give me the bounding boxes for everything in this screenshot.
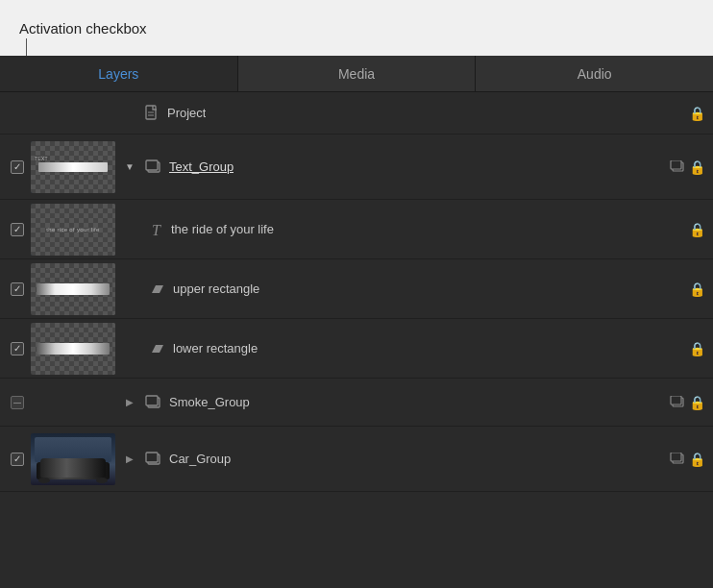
lock-icon: 🔒: [689, 222, 705, 237]
tab-media[interactable]: Media: [238, 56, 477, 91]
checkbox-checked[interactable]: [11, 453, 24, 466]
svg-rect-13: [146, 453, 158, 462]
checkbox-dash[interactable]: [11, 396, 24, 409]
layer-name-ride: the ride of your life: [171, 222, 274, 236]
shape-icon: [150, 341, 165, 356]
document-icon: [144, 105, 160, 122]
thumbnail-empty: [31, 377, 115, 429]
checkbox-checked[interactable]: [11, 160, 24, 174]
group-icon: [144, 452, 161, 467]
checkbox-area[interactable]: [4, 396, 31, 409]
row-content: upper rectangle: [123, 282, 689, 297]
layer-row: the rice of your life T the ride of your…: [0, 200, 713, 259]
layers-list: Project 🔒 TEXT ▼: [0, 92, 713, 492]
layer-name-cargroup: Car_Group: [169, 452, 231, 466]
tab-audio[interactable]: Audio: [476, 56, 713, 91]
checkbox-checked[interactable]: [11, 342, 24, 355]
row-right: 🔒: [689, 282, 705, 297]
checkbox-area[interactable]: [4, 342, 31, 355]
group-badge-icon: [670, 160, 685, 174]
group-icon: [144, 395, 161, 410]
row-right: 🔒: [670, 159, 705, 175]
row-right: 🔒: [670, 452, 705, 467]
lock-icon: 🔒: [689, 106, 705, 121]
layer-row: ▶ Car_Group 🔒: [0, 427, 713, 492]
lock-icon: 🔒: [689, 452, 705, 467]
shape-icon: [150, 282, 165, 297]
thumbnail-lower-rect: [31, 323, 115, 375]
layer-name-lower-rect: lower rectangle: [173, 341, 258, 355]
text-type-icon: T: [150, 222, 163, 237]
group-badge-icon: [670, 396, 685, 409]
checkbox-area[interactable]: [4, 453, 31, 466]
layer-name-smokegroup: Smoke_Group: [169, 395, 250, 409]
tab-layers[interactable]: Layers: [0, 56, 238, 91]
svg-rect-9: [146, 396, 158, 405]
row-content: T the ride of your life: [123, 222, 689, 237]
triangle-collapsed[interactable]: ▶: [123, 453, 136, 464]
svg-rect-11: [671, 396, 681, 404]
row-content: ▼ Text_Group: [123, 159, 670, 175]
svg-text:T: T: [152, 222, 161, 237]
group-icon: [144, 159, 161, 175]
thumbnail-text: TEXT: [31, 141, 115, 193]
thumbnail-upper-rect: [31, 263, 115, 315]
row-right: 🔒: [670, 395, 705, 410]
checkbox-area[interactable]: [4, 160, 31, 174]
row-right: 🔒: [689, 222, 705, 237]
layer-row: upper rectangle 🔒: [0, 259, 713, 319]
row-content: ▶ Car_Group: [123, 452, 670, 467]
checkbox-checked[interactable]: [11, 223, 24, 236]
row-content: Project: [123, 105, 689, 122]
row-content: lower rectangle: [123, 341, 689, 356]
checkbox-checked[interactable]: [11, 282, 24, 296]
layer-row: lower rectangle 🔒: [0, 319, 713, 379]
svg-rect-4: [146, 160, 158, 170]
row-right: 🔒: [689, 341, 705, 356]
lock-icon: 🔒: [689, 395, 705, 410]
lock-icon: 🔒: [689, 159, 705, 175]
lock-icon: 🔒: [689, 282, 705, 297]
triangle-collapsed[interactable]: ▶: [123, 397, 136, 407]
thumbnail-ride: the rice of your life: [31, 204, 115, 256]
layers-panel: Layers Media Audio: [0, 56, 713, 588]
checkbox-area[interactable]: [4, 223, 31, 236]
layer-name-upper-rect: upper rectangle: [173, 282, 259, 296]
layer-name-textgroup: Text_Group: [169, 159, 234, 174]
checkbox-area[interactable]: [4, 282, 31, 296]
group-badge-icon: [670, 453, 685, 466]
layer-row: Project 🔒: [0, 92, 713, 135]
row-right: 🔒: [689, 106, 705, 121]
layer-row: TEXT ▼ Text_Group 🔒: [0, 135, 713, 200]
row-content: ▶ Smoke_Group: [123, 395, 670, 410]
layer-row: ▶ Smoke_Group 🔒: [0, 379, 713, 427]
svg-rect-15: [671, 453, 681, 461]
thumbnail-empty: [31, 87, 115, 139]
svg-rect-6: [671, 160, 681, 169]
lock-icon: 🔒: [689, 341, 705, 356]
layer-name-project: Project: [167, 106, 206, 120]
checkbox-area: [4, 107, 31, 120]
triangle-expanded[interactable]: ▼: [123, 161, 136, 172]
thumbnail-car: [31, 433, 115, 485]
callout-label: Activation checkbox: [19, 20, 147, 37]
checkbox-none: [11, 107, 24, 120]
callout-area: Activation checkbox: [0, 0, 713, 56]
